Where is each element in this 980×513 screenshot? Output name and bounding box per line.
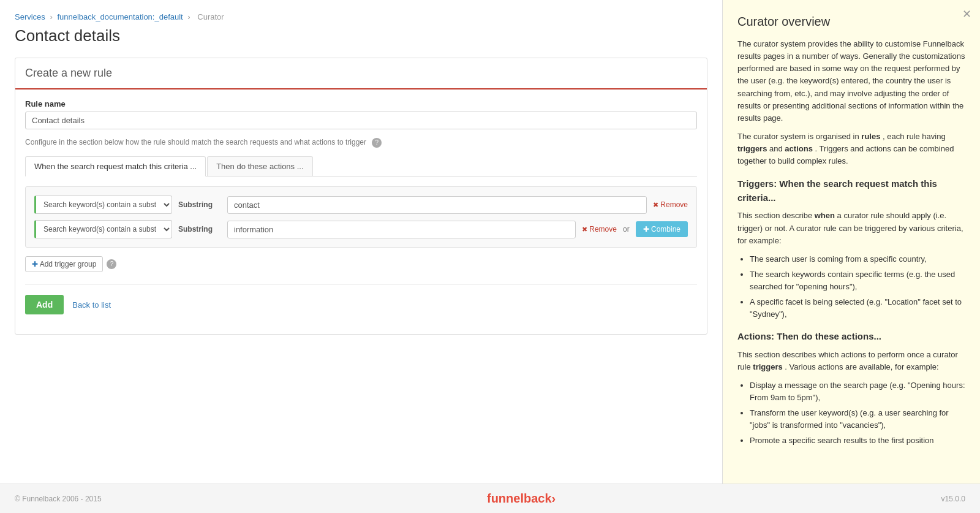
list-item: Promote a specific search results to the… [750,435,965,447]
or-text: or [623,225,630,234]
footer: © Funnelback 2006 - 2015 funnelback› v15… [0,484,980,513]
help-actions-desc: This section describes which actions to … [737,349,965,373]
combine-button[interactable]: Combine [636,221,688,237]
trigger-help-icon[interactable]: ? [107,259,116,269]
footer-logo: funnelback› [487,492,556,506]
rule-name-label: Rule name [25,99,697,108]
create-rule-card: Create a new rule Rule name Configure in… [15,58,707,335]
add-button[interactable]: Add [25,295,64,314]
footer-copyright: © Funnelback 2006 - 2015 [15,495,102,503]
list-item: A specific facet is being selected (e.g.… [750,296,965,320]
help-triggers-heading: Triggers: When the search request match … [737,177,965,205]
help-intro-2: The curator system is organised in rules… [737,131,965,167]
tabs: When the search request match this crite… [25,156,697,177]
help-panel: ✕ Curator overview The curator system pr… [723,0,980,484]
list-item: Transform the user keyword(s) (e.g. a us… [750,407,965,431]
trigger-group: Search keyword(s) contain a subst Substr… [25,186,697,248]
help-intro-1: The curator system provides the ability … [737,38,965,124]
trigger-label-1: Substring [178,200,221,209]
add-trigger-group: Add trigger group ? [25,256,697,272]
bottom-actions: Add Back to list [25,284,697,324]
trigger-row-2: Search keyword(s) contain a subst Substr… [34,220,688,238]
card-body: Rule name Configure in the section below… [15,89,707,334]
help-actions-heading: Actions: Then do these actions... [737,330,965,344]
tab-criteria[interactable]: When the search request match this crite… [25,156,206,177]
tab-actions[interactable]: Then do these actions ... [207,156,312,176]
trigger-select-2[interactable]: Search keyword(s) contain a subst [34,220,172,238]
breadcrumb-services[interactable]: Services [15,12,45,21]
back-to-list-link[interactable]: Back to list [72,300,111,310]
trigger-label-2: Substring [178,225,221,234]
card-title: Create a new rule [25,67,697,80]
breadcrumb: Services › funnelback_documentation:_def… [15,12,707,21]
footer-version: v15.0.0 [941,495,965,503]
add-trigger-button[interactable]: Add trigger group [25,256,103,272]
list-item: Display a message on the search page (e.… [750,379,965,403]
help-triggers-desc: This section describe when a curator rul… [737,210,965,246]
rule-name-group: Rule name [25,99,697,129]
help-actions-list: Display a message on the search page (e.… [750,379,965,447]
close-button[interactable]: ✕ [962,7,971,21]
list-item: The search keywords contain specific ter… [750,268,965,292]
trigger-input-2[interactable] [227,221,576,238]
breadcrumb-service[interactable]: funnelback_documentation:_default [57,12,183,21]
breadcrumb-curator: Curator [197,12,224,21]
help-title: Curator overview [737,12,965,31]
page-title: Contact details [15,26,707,45]
trigger-remove-2[interactable]: Remove [582,225,617,234]
card-header: Create a new rule [15,58,707,89]
list-item: The search user is coming from a specifi… [750,253,965,265]
config-text: Configure in the section below how the r… [25,138,697,148]
trigger-input-1[interactable] [227,196,647,214]
trigger-select-1[interactable]: Search keyword(s) contain a subst [34,196,172,214]
trigger-row-1: Search keyword(s) contain a subst Substr… [34,196,688,214]
rule-name-input[interactable] [25,112,697,129]
trigger-remove-1[interactable]: Remove [653,200,688,209]
config-help-icon[interactable]: ? [372,138,382,148]
help-triggers-list: The search user is coming from a specifi… [750,253,965,321]
